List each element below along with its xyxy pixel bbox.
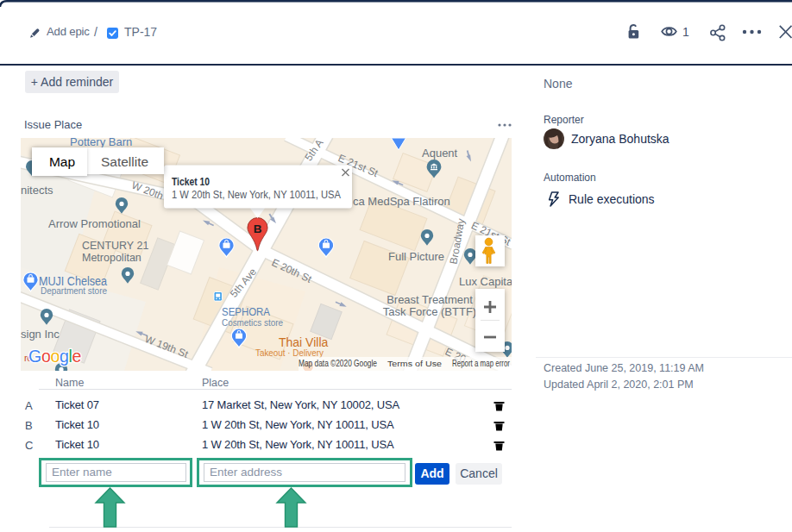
svg-text:Aquent: Aquent	[422, 147, 458, 160]
svg-text:Cosmetics store: Cosmetics store	[222, 317, 283, 328]
svg-text:1 W 20th St, New York, NY 1001: 1 W 20th St, New York, NY 10011, USA	[172, 188, 341, 201]
svg-text:Satellite: Satellite	[101, 154, 148, 169]
svg-text:Arrow Promotional: Arrow Promotional	[48, 217, 141, 230]
svg-text:Terms of Use: Terms of Use	[387, 359, 442, 368]
svg-text:sign Inc: sign Inc	[21, 328, 60, 341]
svg-text:Report a map error: Report a map error	[452, 359, 511, 368]
svg-text:Department store: Department store	[41, 285, 107, 296]
svg-text:Map data ©2020 Google: Map data ©2020 Google	[299, 359, 377, 368]
svg-text:Pottery Barn: Pottery Barn	[70, 138, 132, 148]
svg-text:Breast Treatment: Breast Treatment	[387, 293, 473, 306]
svg-text:B: B	[254, 222, 262, 235]
svg-text:Google: Google	[28, 347, 81, 366]
svg-text:Metropolitan: Metropolitan	[82, 252, 141, 264]
svg-text:CENTURY 21: CENTURY 21	[82, 240, 148, 252]
svg-text:nitects: nitects	[21, 184, 53, 197]
svg-text:Lux Capital: Lux Capital	[459, 275, 512, 288]
svg-text:Task Force (BTTF): Task Force (BTTF)	[383, 305, 476, 318]
svg-text:Full Picture: Full Picture	[388, 250, 444, 263]
svg-text:ca MedSpa Flatiron: ca MedSpa Flatiron	[353, 195, 450, 208]
svg-text:Ticket 10: Ticket 10	[172, 176, 210, 188]
svg-text:Takeout · Delivery: Takeout · Delivery	[255, 347, 324, 358]
svg-text:Map: Map	[49, 154, 75, 169]
svg-text:SEPHORA: SEPHORA	[222, 305, 270, 318]
